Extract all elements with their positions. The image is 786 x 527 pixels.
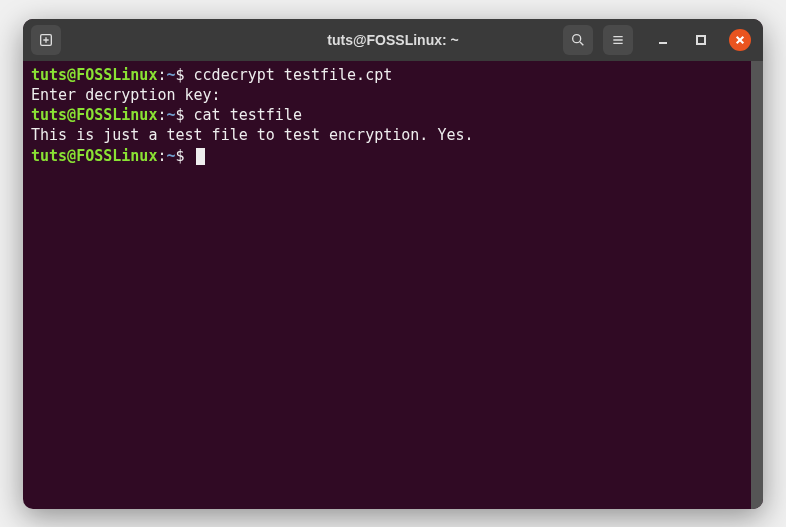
prompt-path: ~ [166, 147, 175, 165]
prompt-user-host: tuts@FOSSLinux [31, 147, 157, 165]
terminal-output: Enter decryption key: [31, 85, 751, 105]
titlebar: tuts@FOSSLinux: ~ [23, 19, 763, 61]
maximize-icon [695, 34, 707, 46]
minimize-button[interactable] [653, 30, 673, 50]
terminal-line: tuts@FOSSLinux:~$ cat testfile [31, 105, 751, 125]
window-title: tuts@FOSSLinux: ~ [327, 32, 459, 48]
terminal-line: tuts@FOSSLinux:~$ [31, 146, 751, 166]
prompt-dollar: $ [176, 106, 194, 124]
command-text: cat testfile [194, 106, 302, 124]
maximize-button[interactable] [691, 30, 711, 50]
close-button[interactable] [729, 29, 751, 51]
minimize-icon [657, 34, 669, 46]
prompt-user-host: tuts@FOSSLinux [31, 66, 157, 84]
menu-button[interactable] [603, 25, 633, 55]
terminal-line: tuts@FOSSLinux:~$ ccdecrypt testfile.cpt [31, 65, 751, 85]
prompt-dollar: $ [176, 66, 194, 84]
search-icon [570, 32, 586, 48]
titlebar-right [563, 25, 755, 55]
prompt-path: ~ [166, 106, 175, 124]
window-controls [653, 29, 751, 51]
svg-point-3 [573, 34, 581, 42]
prompt-dollar: $ [176, 147, 194, 165]
prompt-path: ~ [166, 66, 175, 84]
new-tab-button[interactable] [31, 25, 61, 55]
prompt-user-host: tuts@FOSSLinux [31, 106, 157, 124]
close-icon [735, 35, 745, 45]
scroll-thumb[interactable] [751, 61, 763, 509]
titlebar-left [31, 25, 61, 55]
terminal-body[interactable]: tuts@FOSSLinux:~$ ccdecrypt testfile.cpt… [23, 61, 763, 509]
terminal-content: tuts@FOSSLinux:~$ ccdecrypt testfile.cpt… [31, 65, 751, 505]
scrollbar[interactable] [751, 61, 763, 509]
search-button[interactable] [563, 25, 593, 55]
terminal-window: tuts@FOSSLinux: ~ [23, 19, 763, 509]
cursor [196, 148, 205, 165]
command-text: ccdecrypt testfile.cpt [194, 66, 393, 84]
svg-rect-9 [697, 36, 705, 44]
new-tab-icon [38, 32, 54, 48]
hamburger-icon [610, 32, 626, 48]
svg-line-4 [580, 42, 583, 45]
terminal-output: This is just a test file to test encrypt… [31, 125, 751, 145]
